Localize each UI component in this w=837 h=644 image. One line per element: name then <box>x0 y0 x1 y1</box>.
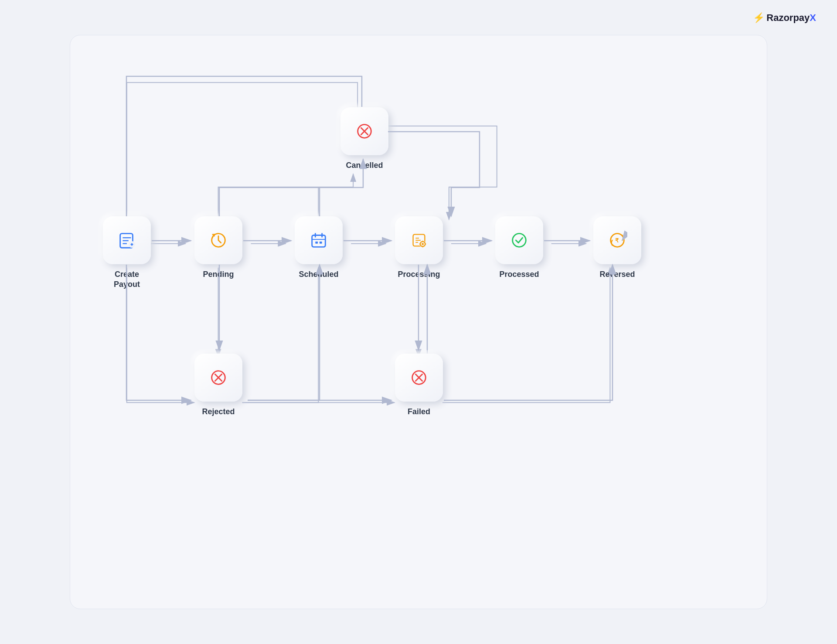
svg-rect-24 <box>315 242 318 244</box>
processed-label: Processed <box>499 269 539 279</box>
reversed-box: ₹ <box>593 216 641 264</box>
svg-text:₹: ₹ <box>615 237 619 244</box>
node-scheduled: Scheduled <box>295 216 343 279</box>
pending-box <box>194 216 242 264</box>
svg-rect-20 <box>312 235 326 247</box>
node-create-payout: Create Payout <box>103 216 151 290</box>
rejected-label: Rejected <box>202 407 235 417</box>
rejected-box <box>194 354 242 402</box>
diagram-arrows <box>70 35 767 609</box>
node-pending: Pending <box>194 216 242 279</box>
processing-box <box>395 216 443 264</box>
svg-point-32 <box>422 243 424 245</box>
processing-label: Processing <box>398 269 440 279</box>
node-processed: Processed <box>495 216 543 279</box>
node-cancelled: Cancelled <box>340 107 388 170</box>
node-rejected: Rejected <box>194 354 242 417</box>
node-reversed: ₹ Reversed <box>593 216 641 279</box>
svg-point-37 <box>513 234 526 247</box>
node-processing: Processing <box>395 216 443 279</box>
cancelled-box <box>340 107 388 155</box>
failed-box <box>395 354 443 402</box>
scheduled-label: Scheduled <box>299 269 338 279</box>
create-payout-box <box>103 216 151 264</box>
failed-label: Failed <box>408 407 430 417</box>
processed-box <box>495 216 543 264</box>
logo-text: RazorpayX <box>766 12 816 24</box>
logo-lightning-icon: ⚡ <box>753 12 765 24</box>
scheduled-box <box>295 216 343 264</box>
svg-rect-25 <box>320 242 322 244</box>
create-payout-label: Create Payout <box>103 269 151 290</box>
node-failed: Failed <box>395 354 443 417</box>
logo: ⚡ RazorpayX <box>753 12 816 24</box>
reversed-label: Reversed <box>599 269 635 279</box>
diagram-container: Create Payout Pending Scheduled <box>70 35 767 609</box>
cancelled-label: Cancelled <box>346 160 383 170</box>
pending-label: Pending <box>203 269 234 279</box>
